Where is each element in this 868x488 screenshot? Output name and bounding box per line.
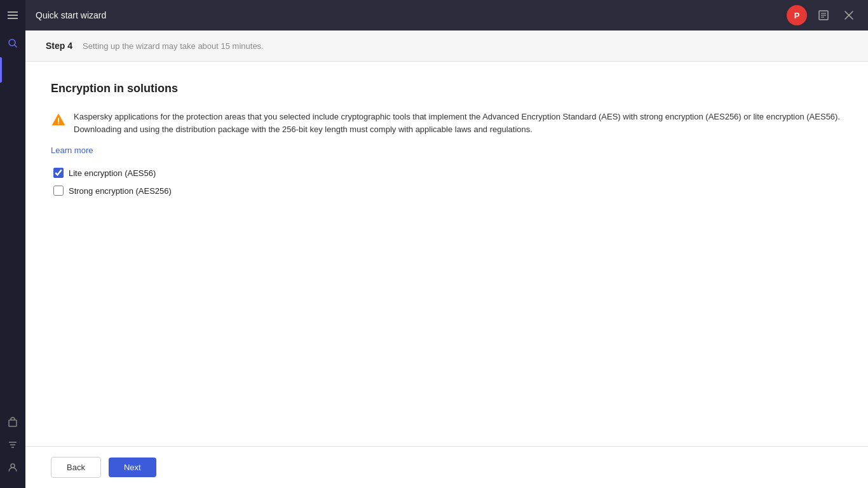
sidebar-bottom-icons (3, 412, 23, 483)
book-icon-button[interactable] (815, 6, 832, 24)
wizard-footer: Back Next (25, 446, 868, 488)
back-button[interactable]: Back (51, 457, 101, 478)
warning-text: Kaspersky applications for the protectio… (74, 111, 843, 135)
wizard-content: Encryption in solutions Kaspersky applic… (25, 62, 868, 446)
avatar-button[interactable]: P (787, 5, 807, 25)
step-header: Step 4 Setting up the wizard may take ab… (25, 30, 868, 62)
sidebar (0, 0, 25, 488)
topbar: Quick start wizard P (25, 0, 868, 30)
lite-encryption-option[interactable]: Lite encryption (AES56) (53, 168, 843, 178)
next-button[interactable]: Next (109, 458, 156, 477)
close-button[interactable] (840, 6, 858, 24)
svg-point-14 (58, 123, 59, 125)
svg-line-1 (15, 45, 17, 47)
hamburger-menu[interactable] (3, 5, 23, 25)
encryption-options: Lite encryption (AES56) Strong encryptio… (53, 168, 843, 196)
lite-encryption-label: Lite encryption (AES56) (69, 168, 156, 178)
step-label: Step 4 (46, 41, 72, 51)
svg-point-6 (11, 464, 15, 468)
learn-more-link[interactable]: Learn more (51, 146, 843, 155)
section-title: Encryption in solutions (51, 82, 843, 95)
main-area: Quick start wizard P Step 4 Setting (25, 0, 868, 488)
sidebar-item-search[interactable] (3, 33, 23, 53)
lite-encryption-checkbox[interactable] (53, 168, 64, 178)
strong-encryption-checkbox[interactable] (53, 186, 64, 196)
warning-box: Kaspersky applications for the protectio… (51, 111, 843, 135)
sidebar-item-user[interactable] (3, 458, 23, 478)
sidebar-accent-indicator (0, 57, 2, 83)
sidebar-item-filter[interactable] (3, 435, 23, 455)
topbar-actions: P (787, 5, 858, 25)
sidebar-item-bag[interactable] (3, 412, 23, 432)
step-description: Setting up the wizard may take about 15 … (83, 41, 264, 51)
strong-encryption-label: Strong encryption (AES256) (69, 186, 172, 196)
svg-rect-2 (9, 420, 17, 426)
warning-triangle-icon (51, 112, 66, 127)
strong-encryption-option[interactable]: Strong encryption (AES256) (53, 186, 843, 196)
topbar-title: Quick start wizard (36, 10, 106, 20)
